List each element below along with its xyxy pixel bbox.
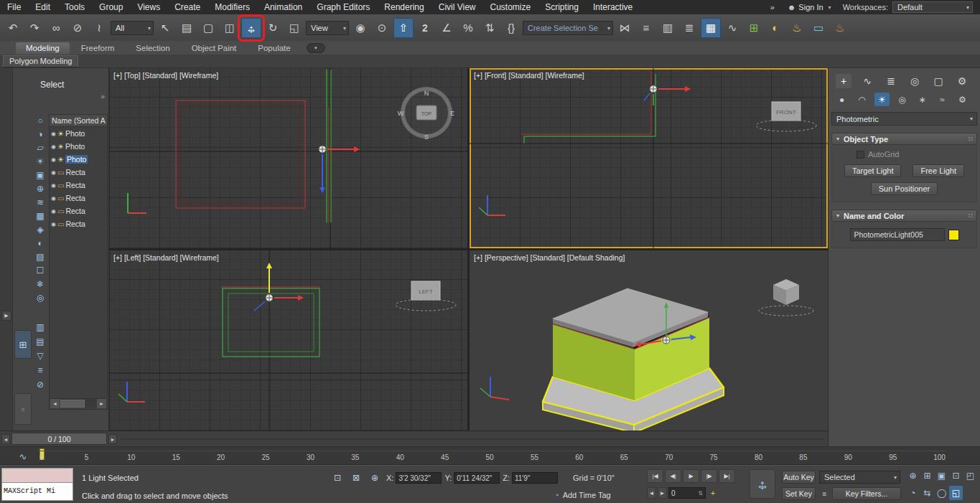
space-warps-category-icon[interactable]: ≈ (935, 93, 950, 106)
explorer-display-helpers-icon[interactable]: ⊕ (33, 182, 47, 195)
animate-selection-dropdown[interactable]: Selected (819, 471, 900, 484)
selection-filter-dropdown[interactable]: All (111, 21, 154, 35)
lights-category-icon[interactable]: ☀ (874, 93, 890, 106)
spinner-snap-toggle[interactable]: ⇅ (480, 18, 500, 38)
compass-north[interactable]: N (424, 90, 429, 97)
menu-views[interactable]: Views (130, 0, 167, 14)
explorer-cut-icon[interactable]: ⊘ (33, 378, 47, 391)
select-and-move-button[interactable]: ↔↕ (241, 18, 261, 38)
unlink-selection-button[interactable]: ⊘ (67, 18, 88, 38)
viewport-left[interactable]: [+] [Left] [Standard] [Wireframe] (109, 250, 467, 431)
compass-south[interactable]: S (424, 133, 429, 141)
explorer-filter-icon[interactable]: ▽ (33, 349, 47, 362)
explorer-row-0[interactable]: ◉☀Photo (50, 127, 107, 140)
next-frame-button[interactable]: |▶ (701, 469, 717, 483)
menu-scripting[interactable]: Scripting (538, 0, 586, 14)
explorer-new-set-icon[interactable]: ▥ (33, 321, 47, 334)
frame-forward-button[interactable]: ► (658, 487, 667, 499)
expand-panel-arrow[interactable]: ▶ (1, 311, 11, 321)
view-compass[interactable]: TOP N S W E (398, 89, 454, 141)
mini-curve-editor-button[interactable]: ∿ (16, 450, 30, 463)
y-coordinate-field[interactable]: 0'11 24/32" (454, 472, 500, 484)
target-light-button[interactable]: Target Light (844, 164, 901, 177)
panel-expand-chevrons[interactable]: » (101, 93, 105, 100)
reference-coordinate-system-dropdown[interactable]: View (306, 21, 349, 35)
motion-tab[interactable]: ◎ (907, 74, 923, 88)
frame-back-button[interactable]: ◄ (647, 487, 656, 499)
display-tab[interactable]: ▢ (930, 74, 946, 88)
z-coordinate-field[interactable]: 11'9" (512, 472, 558, 484)
explorer-row-2[interactable]: ◉☀Photo (50, 153, 107, 166)
viewcube-perspective[interactable] (759, 279, 813, 316)
menu-tools[interactable]: Tools (57, 0, 92, 14)
sun-positioner-button[interactable]: Sun Positioner (871, 182, 938, 195)
go-to-end-button[interactable]: ▶| (719, 469, 735, 483)
explorer-display-containers-icon[interactable]: ☐ (33, 264, 47, 277)
explorer-display-bones-icon[interactable]: ▤ (33, 250, 47, 263)
select-and-scale-button[interactable]: ◱ (284, 18, 304, 38)
keyboard-shortcut-override-toggle[interactable]: ⇧ (393, 18, 414, 38)
isolate-selection-toggle[interactable]: ⊡ (330, 471, 345, 484)
viewport-perspective[interactable]: [+] [Perspective] [Standard] [Default Sh… (470, 250, 828, 431)
transform-typein-icon[interactable]: ⊕ (368, 471, 382, 484)
auto-key-button[interactable]: Auto Key (782, 471, 816, 484)
menu-animation[interactable]: Animation (257, 0, 309, 14)
menu-overflow-chevron[interactable]: » (765, 3, 780, 11)
next-frame-arrow[interactable]: ► (108, 434, 117, 444)
create-tab[interactable]: + (836, 74, 851, 88)
menu-edit[interactable]: Edit (28, 0, 57, 14)
curve-editor-button[interactable]: ∿ (722, 18, 742, 38)
viewport-front[interactable]: [+] [Front] [Standard] [Wireframe] (470, 68, 828, 248)
light-gizmo[interactable] (319, 146, 360, 193)
explorer-display-cameras-icon[interactable]: ▣ (33, 169, 47, 182)
field-of-view-button[interactable]: ◔ (906, 486, 920, 500)
select-and-link-button[interactable]: ∞ (46, 18, 66, 38)
select-object-button[interactable]: ↖ (155, 18, 175, 38)
select-and-manipulate-button[interactable]: ⊙ (372, 18, 392, 38)
maxscript-mini-listener[interactable]: MAXScript Mi (1, 468, 73, 502)
explorer-doc-icon[interactable]: ▤ (33, 335, 47, 348)
modify-tab[interactable]: ∿ (859, 74, 875, 88)
visibility-eye-icon[interactable]: ◉ (51, 144, 56, 150)
dock-empty-button[interactable]: ▫ (14, 393, 32, 425)
current-frame-field[interactable]: 0 ⇅ (668, 487, 706, 499)
explorer-list-icon[interactable]: ≡ (33, 364, 47, 377)
add-time-tag[interactable]: ◔ Add Time Tag (554, 491, 611, 499)
name-and-color-rollout-header[interactable]: Name and Color (831, 210, 977, 222)
compass-west[interactable]: W (398, 110, 404, 117)
maxscript-macro-line[interactable] (1, 468, 73, 483)
key-filters-button[interactable]: Key Filters... (832, 487, 901, 500)
dock-grid-button[interactable]: ⊞ (14, 330, 32, 359)
autogrid-checkbox[interactable] (857, 151, 864, 159)
ribbon-config-dropdown[interactable]: ▾ (307, 43, 325, 53)
select-and-rotate-button[interactable]: ↻ (263, 18, 283, 38)
selection-lock-toggle[interactable]: ⊠ (349, 471, 363, 484)
explorer-display-geometry-icon[interactable]: ◑ (33, 128, 47, 141)
mirror-button[interactable]: ⋈ (615, 18, 635, 38)
edit-named-selection-sets-button[interactable]: {} (501, 18, 521, 38)
helpers-category-icon[interactable]: ∗ (915, 93, 930, 106)
ribbon-tab-modeling[interactable]: Modeling (16, 42, 70, 55)
scroll-left-button[interactable]: ◄ (50, 399, 60, 408)
material-editor-button[interactable]: ◐ (765, 18, 785, 38)
object-color-swatch[interactable] (948, 230, 959, 240)
explorer-display-materials-icon[interactable]: ◐ (33, 237, 47, 250)
explorer-row-7[interactable]: ◉▭Recta (50, 217, 107, 230)
explorer-row-1[interactable]: ◉☀Photo (50, 140, 107, 153)
sign-in-menu[interactable]: ☻ Sign In (780, 3, 839, 11)
go-to-start-button[interactable]: |◀ (647, 469, 663, 483)
angle-snap-toggle[interactable]: ∠ (437, 18, 457, 38)
viewport-top[interactable]: [+] [Top] [Standard] [Wireframe] (109, 68, 467, 248)
bind-to-space-warp-button[interactable]: ≀ (89, 18, 109, 38)
set-key-button[interactable]: Set Key (782, 487, 816, 500)
visibility-eye-icon[interactable]: ◉ (51, 169, 56, 176)
explorer-display-lights-icon[interactable]: ☀ (33, 155, 47, 168)
explorer-display-hidden-icon[interactable]: ◎ (33, 291, 47, 304)
systems-category-icon[interactable]: ⚙ (955, 93, 970, 106)
visibility-eye-icon[interactable]: ◉ (51, 208, 56, 215)
polygon-modeling-subtab[interactable]: Polygon Modeling (3, 55, 78, 67)
play-button[interactable]: ▶ (683, 469, 699, 483)
menu-file[interactable]: File (0, 0, 28, 14)
top-wireframe-rectangles[interactable] (176, 70, 331, 222)
object-type-rollout-header[interactable]: Object Type (831, 133, 977, 145)
